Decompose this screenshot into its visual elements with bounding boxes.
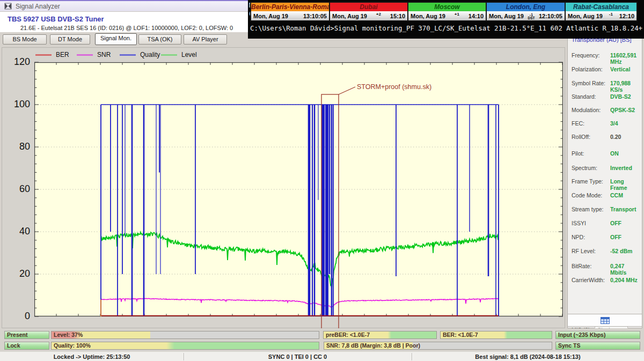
transponder-row: Standard:DVB-S2: [572, 93, 639, 101]
clock-date-time: Mon, Aug 1913:10:05: [251, 11, 329, 20]
transponder-row-label: Stream type:: [572, 206, 610, 213]
bowtie-app-icon: [4, 3, 12, 10]
legend-swatch: [77, 54, 93, 56]
transponder-row-label: Pilot:: [572, 150, 610, 158]
transponder-row-value: 3/4: [610, 120, 618, 128]
transponder-row-label: Modulation:: [572, 107, 610, 114]
clock-london-eng: London, EngMon, Aug 19-1DST12:10:05: [486, 2, 566, 21]
transponder-row-label: RollOff:: [572, 134, 610, 141]
transponder-row: RF Level:-52 dBm: [572, 248, 639, 255]
transponder-row-value: Long Frame: [610, 178, 639, 186]
transponder-row-value: CCM: [610, 192, 623, 200]
clock-time: 12:10: [619, 13, 634, 19]
console-overlay: M C Berlin-Paris-Vienna-RomaMon, Aug 191…: [248, 0, 644, 39]
transponder-row: BitRate:0,247 Mbit/s: [572, 263, 639, 270]
transponder-row: Pilot:ON: [572, 150, 639, 158]
signal-analyzer-window: Signal Analyzer TBS 5927 USB DVB-S2 Tune…: [0, 0, 644, 361]
signal-bar-label: Lock: [7, 342, 20, 349]
clock-dubai: DubaiMon, Aug 19+215:10: [329, 2, 408, 21]
signal-bar-snr: SNR: 7,8 dB (Margin: 3,8 dB | Poor): [324, 342, 552, 350]
transponder-row-label: FEC:: [572, 120, 610, 128]
y-axis-label: 40: [5, 226, 30, 237]
transponder-panel: Transponder (AU) [BS] MIS (0): Single Fr…: [567, 33, 642, 328]
transponder-row-label: Standard:: [572, 93, 610, 101]
clock-berlin-paris-vienna-roma: Berlin-Paris-Vienna-RomaMon, Aug 1913:10…: [250, 2, 330, 21]
transponder-row: Frame Type:Long Frame: [572, 178, 639, 186]
clock-moscow: MoscowMon, Aug 19+114:10: [407, 2, 487, 21]
transponder-row-value: 170,988 KS/s: [610, 80, 639, 87]
transponder-row-label: NPD:: [572, 234, 610, 241]
signal-bar-label: Level: 37%: [54, 331, 83, 338]
transponder-row-label: ISSYI: [572, 220, 610, 227]
transponder-row-label: Frequency:: [572, 52, 610, 60]
transponder-row-label: Frame Type:: [572, 178, 610, 186]
clock-utc-offset: +2: [376, 12, 381, 17]
signal-bar-ber: BER: <1.0E-7: [440, 331, 552, 339]
transponder-row-value: 0,204 MHz: [610, 277, 638, 284]
legend-label: BER: [56, 51, 69, 58]
y-axis-label: 80: [5, 141, 30, 152]
clock-time: 14:10: [469, 13, 484, 19]
signal-chart-svg: STORM+proof (shmu.sk): [34, 62, 563, 316]
transponder-row-value: Transport: [610, 206, 636, 213]
transponder-row: Symbol Rate:170,988 KS/s: [572, 80, 639, 87]
clock-date-time: Mon, Aug 19-112:10: [566, 11, 636, 20]
transponder-row: RollOff:0.20: [572, 134, 639, 141]
transponder-row-label: Polarization:: [572, 66, 610, 73]
clock-utc-offset: -1DST: [528, 13, 535, 20]
transponder-row-value: 0,247 Mbit/s: [610, 263, 639, 270]
y-axis-label: 60: [5, 183, 30, 195]
storm-annotation-label: STORM+proof (shmu.sk): [357, 83, 431, 91]
clock-time: 15:10: [390, 13, 405, 19]
clock-date: Mon, Aug 19: [411, 13, 445, 19]
transponder-row-value: Inverted: [610, 165, 632, 172]
transponder-row: Modulation:QPSK-S2: [572, 107, 639, 114]
legend-swatch: [120, 54, 136, 56]
status-section: SYNC 0 | TEI 0 | CC 0: [184, 352, 412, 361]
signal-bar-label: Present: [7, 331, 28, 338]
transponder-row-value: DVB-S2: [610, 93, 631, 101]
transponder-row-value: ON: [610, 150, 619, 158]
tab-signal-mon-[interactable]: Signal Mon.: [95, 33, 137, 45]
legend-item-level: Level: [161, 51, 197, 58]
status-section: Best signal: 8,1 dB (2024-08-18 15:13): [412, 352, 644, 361]
clock-date: Mon, Aug 19: [489, 13, 524, 19]
clock-time: 12:10:05: [539, 13, 562, 19]
transponder-row-value: 11602,591 MHz: [610, 52, 639, 60]
console-command-line: C:\Users\Roman Dávid>Signal monitoring_P…: [250, 24, 643, 32]
tab-bs-mode[interactable]: BS Mode: [3, 34, 47, 45]
signal-bar-label: SNR: 7,8 dB (Margin: 3,8 dB | Poor): [326, 342, 420, 349]
legend-label: Quality: [140, 51, 160, 58]
transponder-row-label: BitRate:: [572, 263, 610, 270]
clock-date-time: Mon, Aug 19+215:10: [330, 11, 407, 20]
legend-item-quality: Quality: [120, 51, 160, 58]
signal-bar-level: Level: 37%: [51, 331, 319, 339]
tab-tsa-ok-[interactable]: TSA (OK): [138, 34, 181, 45]
legend-swatch: [35, 54, 52, 56]
clock-dst-label: DST: [528, 17, 535, 20]
transponder-row: Frequency:11602,591 MHz: [572, 52, 639, 60]
transponder-row: Code Mode:CCM: [572, 192, 639, 200]
y-axis-label: 0: [5, 311, 30, 322]
signal-bar-present: Present: [4, 331, 49, 339]
transponder-row-label: Spectrum:: [572, 165, 610, 172]
export-table-button[interactable]: [567, 314, 642, 327]
tuner-title: TBS 5927 USB DVB-S2 Tuner: [8, 15, 104, 23]
clock-city-label: London, Eng: [487, 3, 565, 11]
signal-bar-input-235-kbps-: Input (~235 Kbps): [555, 331, 640, 339]
tab-dt-mode[interactable]: DT Mode: [50, 34, 90, 45]
signal-plot: STORM+proof (shmu.sk): [34, 62, 563, 316]
transponder-row-label: RF Level:: [572, 248, 610, 255]
clock-date-time: Mon, Aug 19-1DST12:10:05: [487, 11, 565, 20]
transponder-row-value: QPSK-S2: [610, 107, 635, 114]
transponder-row: Polarization:Vertical: [572, 66, 639, 73]
clock-date-time: Mon, Aug 19+114:10: [408, 11, 486, 20]
clock-city-label: Berlin-Paris-Vienna-Roma: [251, 3, 329, 11]
clock-date: Mon, Aug 19: [568, 13, 603, 19]
clock-utc-offset: -1: [609, 12, 613, 17]
signal-bar-quality: Quality: 100%: [51, 342, 319, 350]
tab-av-player[interactable]: AV Player: [184, 34, 227, 45]
signal-bar-label: Input (~235 Kbps): [558, 331, 605, 338]
status-section: Locked -> Uptime: 25:13:50: [0, 352, 184, 361]
clock-rabat-casablanca: Rabat-CasablancaMon, Aug 19-112:10: [565, 2, 638, 21]
